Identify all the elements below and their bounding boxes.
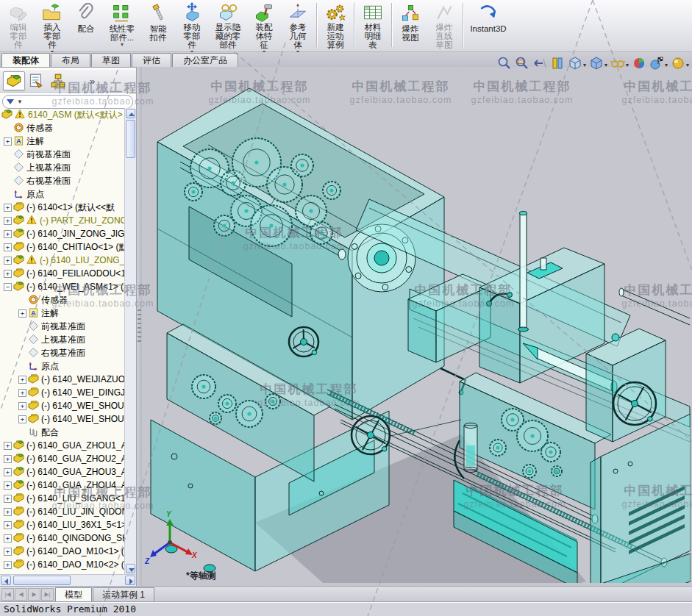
tree-item[interactable]: +(-) 6140_GUA_ZHOU4_ASM [0, 479, 124, 492]
tab-装配体[interactable]: 装配体 [1, 53, 50, 67]
tree-item[interactable]: +A注解 [0, 307, 124, 320]
toolbar-button-linear-pattern[interactable]: 线性零部件...▾ [103, 1, 141, 50]
tree-item[interactable]: +(-) 6140_GUA_ZHOU2_ASM [0, 452, 124, 465]
scroll-thumb[interactable] [126, 120, 135, 158]
tree-item[interactable]: 上视基准面 [0, 161, 124, 174]
toolbar-button-insert-component[interactable]: 插入零部件▾ [35, 1, 69, 50]
tree-item[interactable]: +(-) 6140_FEILIAODOU<1> [0, 267, 124, 280]
toolbar-button-show-hidden[interactable]: 显示隐藏的零部件 [209, 1, 247, 50]
motion-nav-button[interactable]: |◀ [1, 588, 14, 601]
tree-item[interactable]: 前视基准面 [0, 320, 124, 333]
edit-appearance-button[interactable] [630, 55, 648, 74]
expand-toggle[interactable]: + [18, 376, 26, 384]
tree-item[interactable]: +(-) 6140_LIU_JIN_QIDON [0, 505, 124, 518]
tree-item[interactable]: +(-) 6140_QINGDONG_SHOU [0, 531, 124, 545]
tree-item[interactable]: +(-) 6140_GUA_ZHOU3_ASM [0, 465, 124, 479]
scroll-right-button[interactable] [125, 576, 135, 585]
tree-item[interactable]: +(-) 6140_WEIJIAZUO< [0, 373, 124, 386]
tab-办公室产品[interactable]: 办公室产品 [172, 53, 238, 67]
scroll-left-button[interactable] [1, 576, 11, 585]
display-style-button[interactable]: ▾ [588, 55, 609, 74]
collapse-toggle[interactable]: − [4, 283, 12, 291]
hide-show-items-button[interactable]: ▾ [609, 55, 630, 74]
lathe-model-canvas[interactable] [145, 74, 691, 583]
tree-item[interactable]: +(-) 6140_LIU_SIGANG<1> [0, 492, 124, 505]
expand-toggle[interactable]: + [4, 508, 12, 516]
apply-scene-button[interactable]: ▾ [648, 55, 669, 74]
view-settings-button[interactable]: ▾ [669, 55, 691, 74]
panel-tab-configuration-manager[interactable] [47, 71, 69, 90]
tree-item[interactable]: 右视基准面 [0, 174, 124, 187]
expand-toggle[interactable]: + [18, 402, 26, 410]
tree-item[interactable]: 传感器 [0, 293, 124, 307]
panel-tab-overflow[interactable]: » [90, 76, 95, 87]
zoom-fit-button[interactable] [496, 55, 513, 74]
expand-toggle[interactable]: + [18, 415, 26, 423]
section-view-button[interactable] [549, 55, 566, 74]
toolbar-button-motion-study[interactable]: 新建运动算例 [318, 1, 352, 50]
toolbar-button-bom[interactable]: 材料明细表 [356, 1, 390, 50]
expand-toggle[interactable]: + [4, 481, 12, 490]
tree-item[interactable]: +(-) 6140_JIN_ZONG_JIGO [0, 227, 124, 240]
expand-toggle[interactable]: + [4, 270, 12, 278]
expand-toggle[interactable]: + [4, 548, 12, 556]
tree-item[interactable]: 右视基准面 [0, 346, 124, 359]
toolbar-button-instant3d[interactable]: Instant3D [465, 1, 512, 50]
expand-toggle[interactable]: + [4, 243, 12, 251]
tree-item[interactable]: 原点 [0, 359, 124, 373]
tree-filter[interactable]: ▼ [2, 95, 133, 109]
tree-item[interactable]: −(-) 6140_WEI_ASM<1> (默 [0, 280, 124, 293]
scroll-thumb[interactable] [13, 576, 71, 585]
tab-布局[interactable]: 布局 [51, 53, 90, 67]
view-orientation-button[interactable]: ▾ [566, 55, 588, 74]
toolbar-button-exploded-view[interactable]: 爆炸视图 [393, 1, 427, 50]
tree-item[interactable]: +(-) 6140<1> (默认<<默 [0, 201, 124, 214]
tree-item[interactable]: +(-) 6140_WEI_SHOULU [0, 399, 124, 412]
expand-toggle[interactable]: + [4, 230, 12, 238]
expand-toggle[interactable]: + [4, 455, 12, 463]
zoom-area-button[interactable] [513, 55, 531, 74]
tree-item[interactable]: 上视基准面 [0, 333, 124, 346]
expand-toggle[interactable]: + [18, 389, 26, 397]
panel-splitter[interactable] [136, 67, 142, 586]
expand-toggle[interactable]: + [4, 137, 12, 146]
tab-评估[interactable]: 评估 [132, 53, 171, 67]
expand-toggle[interactable]: + [4, 521, 12, 529]
motion-nav-button[interactable]: ▶ [28, 588, 40, 601]
expand-toggle[interactable]: + [4, 561, 12, 569]
tree-item[interactable]: 配合 [0, 426, 124, 439]
tree-item[interactable]: 6140_ASM (默认<默认> [0, 108, 124, 121]
tree-item[interactable]: +A注解 [0, 135, 124, 148]
expand-toggle[interactable]: + [4, 217, 12, 225]
tree-item[interactable]: +(-) 6140_WEI_DINGJI [0, 386, 124, 399]
panel-tab-feature-manager[interactable] [3, 71, 25, 90]
expand-toggle[interactable]: + [18, 309, 26, 318]
panel-tab-property-manager[interactable] [25, 71, 47, 90]
graphics-viewport[interactable] [142, 67, 692, 586]
expand-toggle[interactable]: + [4, 257, 12, 265]
previous-view-button[interactable] [531, 55, 549, 74]
scroll-up-button[interactable] [126, 109, 135, 118]
toolbar-button-smart-fasteners[interactable]: 智能扣件 [141, 1, 175, 50]
scroll-down-button[interactable] [126, 564, 135, 573]
expand-toggle[interactable]: + [4, 468, 12, 476]
motion-nav-button[interactable]: ◀ [15, 588, 27, 601]
tree-vertical-scrollbar[interactable] [124, 108, 136, 574]
toolbar-button-assembly-features[interactable]: 装配体特征▾ [247, 1, 281, 50]
tree-item[interactable]: 前视基准面 [0, 148, 124, 161]
tree-item[interactable]: 传感器 [0, 121, 124, 135]
tab-草图[interactable]: 草图 [91, 53, 131, 67]
toolbar-button-move-component[interactable]: 移动零部件▾ [175, 1, 209, 50]
tree-item[interactable]: +(-) 6140_LIU_36X1_5<1> [0, 518, 124, 531]
tree-item[interactable]: +(-) 6140_GUA_ZHOU1_ASM [0, 439, 124, 452]
motion-nav-button[interactable]: ▶| [41, 588, 54, 601]
toolbar-button-mate[interactable]: 配合 [69, 1, 103, 50]
tree-item[interactable]: 原点 [0, 187, 124, 201]
expand-toggle[interactable]: + [4, 495, 12, 503]
toolbar-button-reference-geometry[interactable]: 参考几何体▾ [281, 1, 315, 50]
tree-item[interactable]: +(-) 6140_DAO_M10<2> (默 [0, 558, 124, 571]
expand-toggle[interactable]: + [4, 534, 12, 542]
expand-toggle[interactable]: + [4, 204, 12, 212]
tree-item[interactable]: +(-) 6140_DAO_M10<1> (默 [0, 545, 124, 558]
tab-motion-study[interactable]: 运动算例 1 [93, 587, 154, 601]
